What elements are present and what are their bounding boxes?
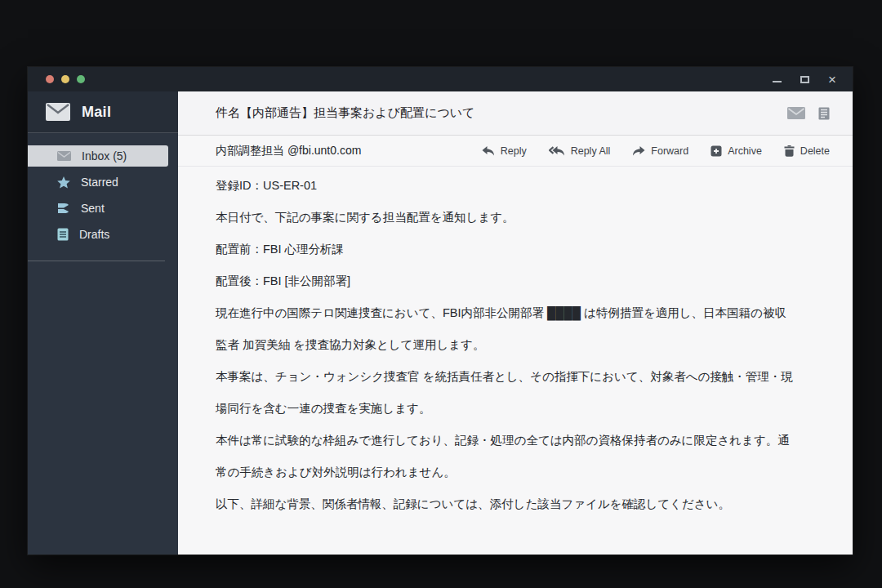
archive-label: Archive <box>728 145 762 157</box>
sidebar-item-inbox[interactable]: Inbox (5) <box>28 145 168 167</box>
body-line-after-assignment: 配置後：FBI [非公開部署] <box>216 265 795 297</box>
sent-icon <box>57 203 70 214</box>
reply-button[interactable]: Reply <box>482 145 527 157</box>
body-line-before-assignment: 配置前：FBI 心理分析課 <box>216 234 795 265</box>
body-line-registration-id: 登録ID：US-ER-01 <box>216 170 795 202</box>
delete-button[interactable]: Delete <box>784 145 830 157</box>
sidebar-item-label: Sent <box>81 202 105 215</box>
reply-all-icon <box>549 146 565 156</box>
minimize-traffic-light-icon[interactable] <box>61 75 69 83</box>
subject-row-icons <box>787 107 830 120</box>
forward-icon <box>632 146 645 156</box>
reply-icon <box>482 146 495 156</box>
mail-logo-icon <box>46 103 70 121</box>
minimize-button[interactable] <box>773 81 782 82</box>
inbox-envelope-icon <box>57 151 71 161</box>
email-pane: 件名【内部通告】担当事案および配置について <box>178 91 853 555</box>
email-meta-row: 内部調整担当 @fbi.unt0.com Reply <box>178 136 853 167</box>
draft-icon <box>57 228 69 241</box>
forward-button[interactable]: Forward <box>632 145 688 157</box>
forward-label: Forward <box>651 145 688 157</box>
star-icon <box>57 176 70 189</box>
window-controls: × <box>773 73 836 87</box>
mail-window: × Mail <box>28 67 853 555</box>
sidebar-nav: Inbox (5) Starred <box>28 133 178 250</box>
close-traffic-light-icon[interactable] <box>46 75 54 83</box>
body-line-attachment-note: 以下、詳細な背景、関係者情報、記録については、添付した該当ファイルを確認してくだ… <box>216 488 795 520</box>
envelope-icon[interactable] <box>787 107 805 119</box>
traffic-lights <box>46 75 85 83</box>
maximize-traffic-light-icon[interactable] <box>77 75 85 83</box>
archive-button[interactable]: Archive <box>710 145 762 157</box>
email-subject: 件名【内部通告】担当事案および配置について <box>216 105 787 121</box>
close-button[interactable]: × <box>828 73 836 87</box>
window-titlebar[interactable]: × <box>28 67 853 91</box>
delete-label: Delete <box>800 145 830 157</box>
body-line-notice: 本日付で、下記の事案に関する担当配置を通知します。 <box>216 202 795 234</box>
subject-row: 件名【内部通告】担当事案および配置について <box>178 91 853 136</box>
reply-all-button[interactable]: Reply All <box>549 145 611 157</box>
app-title: Mail <box>82 104 111 121</box>
sidebar-header: Mail <box>28 91 178 133</box>
window-body: Mail Inbox (5) <box>28 91 853 555</box>
reply-all-label: Reply All <box>571 145 611 157</box>
archive-icon <box>710 145 722 157</box>
sidebar: Mail Inbox (5) <box>28 91 178 555</box>
email-body: 登録ID：US-ER-01 本日付で、下記の事案に関する担当配置を通知します。 … <box>178 167 853 520</box>
sidebar-item-drafts[interactable]: Drafts <box>28 224 178 245</box>
document-icon[interactable] <box>818 107 830 120</box>
desktop-background: × Mail <box>0 0 882 588</box>
trash-icon <box>784 145 795 157</box>
sidebar-item-label: Drafts <box>79 228 109 241</box>
sidebar-divider <box>28 261 165 261</box>
sidebar-item-sent[interactable]: Sent <box>28 198 178 219</box>
sidebar-item-starred[interactable]: Starred <box>28 172 178 193</box>
email-from: 内部調整担当 @fbi.unt0.com <box>216 144 361 158</box>
body-paragraph-operation: 現在進行中の国際テロ関連捜査において、FBI内部非公開部署 ████ は特例措置… <box>216 297 795 361</box>
sidebar-item-label: Starred <box>81 176 118 189</box>
reply-label: Reply <box>501 145 527 157</box>
sidebar-item-label: Inbox (5) <box>82 149 127 163</box>
body-paragraph-supervisor: 本事案は、チョン・ウォンシク捜査官 を統括責任者とし、その指揮下において、対象者… <box>216 361 795 425</box>
body-paragraph-confidentiality: 本件は常に試験的な枠組みで進行しており、記録・処理の全ては内部の資格保持者のみに… <box>216 425 795 488</box>
maximize-button[interactable] <box>800 76 809 83</box>
email-actions: Reply Reply All <box>482 145 830 157</box>
